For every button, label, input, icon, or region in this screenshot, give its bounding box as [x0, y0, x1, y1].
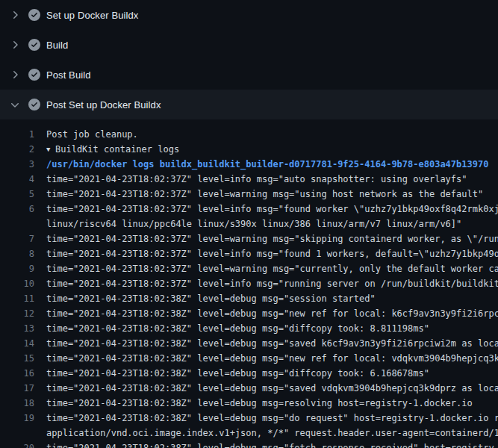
log-text: time="2021-04-23T18:02:37Z" level=info m… — [46, 172, 467, 187]
line-number[interactable]: 14 — [0, 336, 34, 351]
line-number[interactable]: 12 — [0, 306, 34, 321]
log-text: Post job cleanup. — [46, 127, 138, 142]
log-text: time="2021-04-23T18:02:38Z" level=debug … — [46, 306, 498, 321]
group-toggle-icon[interactable]: ▼ — [46, 142, 55, 157]
log-line: 11 time="2021-04-23T18:02:38Z" level=deb… — [0, 291, 498, 306]
log-line: 18 time="2021-04-23T18:02:38Z" level=deb… — [0, 396, 498, 411]
log-line: 5 time="2021-04-23T18:02:37Z" level=warn… — [0, 187, 498, 202]
step-label: Build — [46, 40, 68, 51]
log-line: 6 time="2021-04-23T18:02:37Z" level=info… — [0, 202, 498, 217]
log-line: 1 Post job cleanup. — [0, 127, 498, 142]
log-line: 13 time="2021-04-23T18:02:38Z" level=deb… — [0, 321, 498, 336]
log-text: time="2021-04-23T18:02:38Z" level=debug … — [46, 411, 498, 426]
log-text: time="2021-04-23T18:02:37Z" level=warnin… — [46, 231, 498, 246]
line-number[interactable]: 2 — [0, 142, 34, 157]
check-circle-icon — [28, 99, 40, 111]
log-line: 8 time="2021-04-23T18:02:37Z" level=info… — [0, 246, 498, 261]
line-number[interactable]: 11 — [0, 291, 34, 306]
line-number — [0, 426, 34, 441]
line-number[interactable]: 6 — [0, 202, 34, 217]
log-text: time="2021-04-23T18:02:37Z" level=warnin… — [46, 261, 498, 276]
log-text: time="2021-04-23T18:02:37Z" level=info m… — [46, 246, 498, 261]
log-line: 7 time="2021-04-23T18:02:37Z" level=warn… — [0, 231, 498, 246]
line-number[interactable]: 16 — [0, 366, 34, 381]
line-number[interactable]: 4 — [0, 172, 34, 187]
line-number[interactable]: 3 — [0, 157, 34, 172]
step-list: Set up Docker Buildx Build Post Build Po… — [0, 0, 498, 119]
step-header-set-up-docker-buildx[interactable]: Set up Docker Buildx — [0, 0, 498, 30]
chevron-right-icon — [9, 69, 21, 81]
line-number[interactable]: 10 — [0, 276, 34, 291]
log-line: linux/riscv64 linux/ppc64le linux/s390x … — [0, 217, 498, 231]
log-text: time="2021-04-23T18:02:37Z" level=info m… — [46, 202, 498, 217]
log-line: 17 time="2021-04-23T18:02:38Z" level=deb… — [0, 381, 498, 396]
log-text: time="2021-04-23T18:02:38Z" level=debug … — [46, 396, 473, 411]
line-number[interactable]: 1 — [0, 127, 34, 142]
log-line: 14 time="2021-04-23T18:02:38Z" level=deb… — [0, 336, 498, 351]
log-text: time="2021-04-23T18:02:38Z" level=debug … — [46, 321, 429, 336]
log-line: 4 time="2021-04-23T18:02:37Z" level=info… — [0, 172, 498, 187]
line-number[interactable]: 7 — [0, 231, 34, 246]
log-line: 20 time="2021-04-23T18:02:38Z" level=deb… — [0, 441, 498, 448]
log-text: time="2021-04-23T18:02:38Z" level=debug … — [46, 441, 498, 448]
log-text: ▼BuildKit container logs — [46, 142, 179, 157]
check-circle-icon — [28, 39, 40, 51]
log-text: application/vnd.oci.image.index.v1+json,… — [46, 426, 498, 441]
chevron-right-icon — [9, 39, 21, 51]
log-text: linux/riscv64 linux/ppc64le linux/s390x … — [46, 217, 461, 231]
log-text: time="2021-04-23T18:02:38Z" level=debug … — [46, 336, 498, 351]
line-number[interactable]: 17 — [0, 381, 34, 396]
log-text: time="2021-04-23T18:02:37Z" level=info m… — [46, 276, 498, 291]
step-header-post-set-up-docker-buildx[interactable]: Post Set up Docker Buildx — [0, 90, 498, 119]
log-line: 9 time="2021-04-23T18:02:37Z" level=warn… — [0, 261, 498, 276]
check-circle-icon — [28, 9, 40, 21]
log-line: 15 time="2021-04-23T18:02:38Z" level=deb… — [0, 351, 498, 366]
log-text: time="2021-04-23T18:02:38Z" level=debug … — [46, 351, 498, 366]
line-number[interactable]: 19 — [0, 411, 34, 426]
line-number[interactable]: 9 — [0, 261, 34, 276]
log-line: 12 time="2021-04-23T18:02:38Z" level=deb… — [0, 306, 498, 321]
line-number[interactable]: 13 — [0, 321, 34, 336]
step-header-post-build[interactable]: Post Build — [0, 60, 498, 90]
command-log-line: 3 /usr/bin/docker logs buildx_buildkit_b… — [0, 157, 498, 172]
line-number[interactable]: 15 — [0, 351, 34, 366]
log-text: time="2021-04-23T18:02:38Z" level=debug … — [46, 366, 429, 381]
workflow-log-viewer: Set up Docker Buildx Build Post Build Po… — [0, 0, 498, 448]
log-text: time="2021-04-23T18:02:38Z" level=debug … — [46, 291, 376, 306]
step-label: Post Set up Docker Buildx — [46, 99, 161, 111]
group-label[interactable]: BuildKit container logs — [55, 144, 179, 155]
check-circle-icon — [28, 69, 40, 81]
log-line: 19 time="2021-04-23T18:02:38Z" level=deb… — [0, 411, 498, 426]
line-number — [0, 217, 34, 231]
log-text: time="2021-04-23T18:02:37Z" level=warnin… — [46, 187, 483, 202]
log-line: 10 time="2021-04-23T18:02:37Z" level=inf… — [0, 276, 498, 291]
log-text: time="2021-04-23T18:02:38Z" level=debug … — [46, 381, 498, 396]
log-area: 1 Post job cleanup. 2 ▼BuildKit containe… — [0, 119, 498, 448]
log-line: application/vnd.oci.image.index.v1+json,… — [0, 426, 498, 441]
chevron-right-icon — [9, 9, 21, 21]
log-group-header[interactable]: 2 ▼BuildKit container logs — [0, 142, 498, 157]
log-text: /usr/bin/docker logs buildx_buildkit_bui… — [46, 157, 488, 172]
step-label: Post Build — [46, 69, 91, 81]
line-number[interactable]: 8 — [0, 246, 34, 261]
line-number[interactable]: 5 — [0, 187, 34, 202]
chevron-right-icon — [9, 99, 21, 111]
log-line: 16 time="2021-04-23T18:02:38Z" level=deb… — [0, 366, 498, 381]
line-number[interactable]: 20 — [0, 441, 34, 448]
line-number[interactable]: 18 — [0, 396, 34, 411]
step-header-build[interactable]: Build — [0, 30, 498, 60]
step-label: Set up Docker Buildx — [46, 10, 138, 21]
